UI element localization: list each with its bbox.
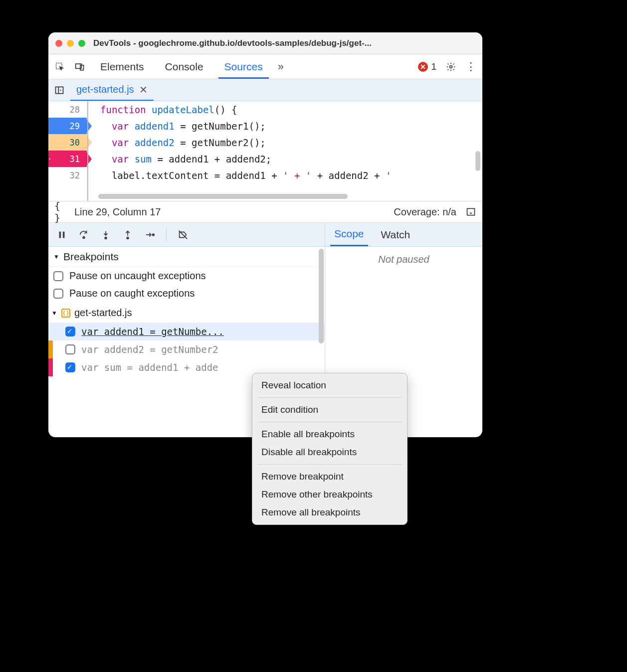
error-count: 1 <box>431 61 436 72</box>
checkbox-unchecked[interactable] <box>53 289 63 299</box>
checkbox-unchecked[interactable] <box>53 271 63 281</box>
step-over-icon[interactable] <box>78 229 89 240</box>
close-icon[interactable] <box>55 40 62 47</box>
token-pl: () { <box>214 104 237 115</box>
menu-remove-breakpoint[interactable]: Remove breakpoint <box>252 468 407 486</box>
separator <box>257 397 402 398</box>
line-number: 30 <box>70 138 80 148</box>
chevron-down-icon: ▼ <box>51 310 57 317</box>
svg-point-11 <box>105 237 107 239</box>
breakpoint-entry[interactable]: var addend2 = getNumber2 <box>48 340 325 358</box>
token-kw: function <box>100 104 152 115</box>
code-line[interactable]: var addend1 = getNumber1(); <box>100 118 482 134</box>
window-title: DevTools - googlechrome.github.io/devtoo… <box>93 38 475 48</box>
horizontal-scrollbar[interactable] <box>98 194 348 199</box>
menu-enable-all[interactable]: Enable all breakpoints <box>252 425 407 443</box>
tab-console[interactable]: Console <box>159 55 209 79</box>
line-number: 31 <box>70 154 80 164</box>
pretty-print-icon[interactable]: { } <box>54 206 65 217</box>
gutter-line[interactable]: ··31 <box>48 151 87 167</box>
code-lines[interactable]: function updateLabel() { var addend1 = g… <box>87 101 482 201</box>
tab-sources[interactable]: Sources <box>218 55 269 79</box>
coverage-label: Coverage: n/a <box>394 206 456 218</box>
checkbox-checked[interactable] <box>65 327 75 336</box>
device-toolbar-icon[interactable] <box>74 61 85 72</box>
file-tab-active[interactable]: get-started.js ✕ <box>70 79 154 101</box>
svg-point-3 <box>450 65 452 68</box>
context-menu: Reveal location Edit condition Enable al… <box>252 373 408 525</box>
separator <box>257 422 402 422</box>
checkbox-unchecked[interactable] <box>65 344 75 354</box>
gutter-line[interactable]: 29 <box>48 118 87 134</box>
js-file-icon: ⟨⟩ <box>61 309 70 318</box>
svg-rect-8 <box>63 231 65 238</box>
inspect-element-icon[interactable] <box>54 61 65 72</box>
token-decl: var <box>112 121 135 132</box>
token-str: ' + ' <box>283 170 311 181</box>
token-pl: = getNumber2(); <box>175 137 266 148</box>
gutter: 2829?30··3132 <box>48 101 87 201</box>
breakpoint-entry[interactable]: var addend1 = getNumbe... <box>48 323 325 340</box>
code-line[interactable]: label.textContent = addend1 + ' + ' + ad… <box>100 167 482 183</box>
status-bar: { } Line 29, Column 17 Coverage: n/a <box>48 201 482 223</box>
menu-edit-condition[interactable]: Edit condition <box>252 401 407 419</box>
code-line[interactable]: var addend2 = getNumber2(); <box>100 134 482 151</box>
settings-icon[interactable] <box>445 61 456 72</box>
token-decl: var <box>112 137 135 148</box>
token-pl: = addend1 + addend2; <box>152 154 271 165</box>
breakpoint-color-marker <box>48 340 53 358</box>
code-editor[interactable]: 2829?30··3132 function updateLabel() { v… <box>48 101 482 201</box>
gutter-line[interactable]: 32 <box>48 167 87 183</box>
menu-disable-all[interactable]: Disable all breakpoints <box>252 443 407 461</box>
token-vn: addend2 <box>135 137 175 148</box>
close-tab-icon[interactable]: ✕ <box>139 84 148 96</box>
tab-elements[interactable]: Elements <box>94 55 150 79</box>
tab-watch[interactable]: Watch <box>377 223 415 246</box>
line-number: 32 <box>70 170 80 180</box>
menu-remove-other[interactable]: Remove other breakpoints <box>252 486 407 504</box>
code-line[interactable]: function updateLabel() { <box>100 101 482 118</box>
code-line[interactable]: var sum = addend1 + addend2; <box>100 151 482 167</box>
separator <box>257 464 402 465</box>
breakpoint-text: var addend1 = getNumbe... <box>81 326 224 337</box>
token-str: ' <box>386 170 391 181</box>
maximize-icon[interactable] <box>78 40 85 47</box>
token-vn: sum <box>135 154 152 165</box>
breakpoints-label: Breakpoints <box>63 251 119 263</box>
kebab-menu-icon[interactable]: ⋮ <box>465 61 476 72</box>
navigator-toggle-icon[interactable] <box>48 79 70 101</box>
menu-reveal-location[interactable]: Reveal location <box>252 376 407 394</box>
breakpoint-text: var addend2 = getNumber2 <box>81 344 218 355</box>
breakpoint-color-marker <box>48 358 53 376</box>
cursor-position: Line 29, Column 17 <box>74 206 161 218</box>
debugger-toolbar <box>48 223 325 247</box>
tab-scope[interactable]: Scope <box>330 223 368 246</box>
pause-caught-option[interactable]: Pause on caught exceptions <box>48 285 325 302</box>
breakpoint-file-group[interactable]: ▼ ⟨⟩ get-started.js <box>48 302 325 323</box>
gutter-line[interactable]: 28 <box>48 101 87 118</box>
svg-point-13 <box>127 237 129 239</box>
token-vn: addend1 <box>135 121 175 132</box>
error-indicator[interactable]: ✕ 1 <box>418 61 436 72</box>
error-icon: ✕ <box>418 62 428 72</box>
breakpoints-header[interactable]: ▼ Breakpoints <box>48 247 325 267</box>
svg-rect-7 <box>59 231 61 238</box>
gutter-line[interactable]: ?30 <box>48 134 87 151</box>
vertical-scrollbar[interactable] <box>319 249 324 343</box>
checkbox-checked[interactable] <box>65 362 75 372</box>
deactivate-breakpoints-icon[interactable] <box>178 229 189 240</box>
traffic-lights <box>55 40 85 47</box>
step-out-icon[interactable] <box>122 229 133 240</box>
minimize-icon[interactable] <box>67 40 74 47</box>
more-tabs-icon[interactable]: » <box>278 60 284 73</box>
step-into-icon[interactable] <box>100 229 111 240</box>
drawer-toggle-icon[interactable] <box>465 206 476 217</box>
line-number: 29 <box>70 121 80 131</box>
menu-remove-all[interactable]: Remove all breakpoints <box>252 504 407 521</box>
token-fn: updateLabel <box>152 104 214 115</box>
step-icon[interactable] <box>144 229 155 240</box>
vertical-scrollbar[interactable] <box>475 151 480 171</box>
pause-uncaught-option[interactable]: Pause on uncaught exceptions <box>48 267 325 285</box>
chevron-down-icon: ▼ <box>53 253 59 260</box>
pause-icon[interactable] <box>56 229 67 240</box>
